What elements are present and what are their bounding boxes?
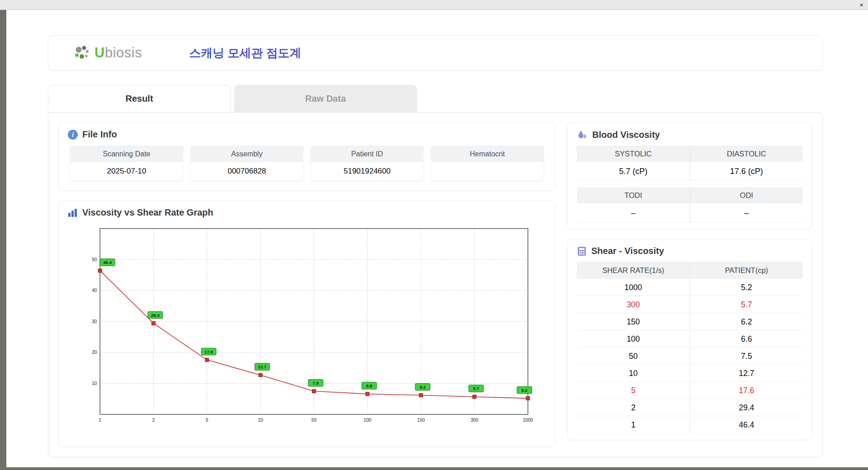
svg-text:100: 100	[363, 418, 371, 423]
shear-rate-value: 5	[577, 382, 690, 399]
diastolic-value: 17.6 (cP)	[690, 162, 803, 181]
odi-header: ODI	[690, 187, 803, 203]
bv-spacer	[577, 181, 803, 187]
field-value: 51901924600	[311, 162, 423, 180]
patient-value: 7.5	[690, 348, 803, 365]
svg-text:12.7: 12.7	[258, 364, 267, 369]
field-patient-id: Patient ID 51901924600	[311, 146, 423, 180]
table-row: 1 46.4	[577, 416, 803, 433]
right-column: Blood Viscosity SYSTOLIC DIASTOLIC 5.7 (…	[567, 122, 812, 447]
field-hematocrit: Hematocrit	[431, 146, 543, 180]
ubiosis-logo: Ubiosis	[72, 44, 142, 62]
tab-bar: Result Raw Data	[48, 85, 823, 112]
file-info-title: i File Info	[68, 129, 546, 140]
svg-text:5.7: 5.7	[473, 386, 479, 391]
table-row: 10 12.7	[577, 365, 803, 382]
shear-rate-value: 100	[577, 330, 690, 348]
page-title: 스캐닝 모세관 점도계	[189, 45, 301, 61]
field-label: Assembly	[191, 146, 303, 162]
svg-text:6.2: 6.2	[420, 385, 425, 390]
field-scanning-date: Scanning Date 2025-07-10	[71, 146, 183, 180]
svg-text:46.4: 46.4	[103, 260, 112, 265]
tab-result[interactable]: Result	[48, 85, 231, 112]
svg-text:17.6: 17.6	[204, 349, 213, 354]
field-label: Hematocrit	[431, 146, 543, 162]
field-label: Patient ID	[311, 146, 423, 162]
shear-rate-value: 2	[577, 399, 690, 416]
shear-rate-column-header: SHEAR RATE(1/s)	[577, 262, 690, 279]
patient-column-header: PATIENT(cp)	[690, 262, 803, 279]
brand-text: Ubiosis	[94, 45, 142, 61]
shear-rate-value: 50	[577, 348, 690, 365]
table-row-diastolic: 5 17.6	[577, 382, 803, 399]
table-row: 150 6.2	[577, 313, 803, 330]
table-row: 50 7.5	[577, 348, 803, 365]
file-info-card: i File Info Scanning Date 2025-07-10 Ass…	[58, 122, 556, 191]
svg-text:10: 10	[92, 381, 97, 386]
close-icon[interactable]: ×	[859, 1, 863, 9]
bv-value-row-2: – –	[577, 203, 803, 222]
todi-header: TODI	[577, 187, 690, 203]
svg-text:50: 50	[92, 257, 97, 262]
blood-viscosity-title: Blood Viscosity	[577, 129, 803, 140]
svg-text:10: 10	[258, 418, 264, 423]
patient-value: 5.2	[690, 279, 803, 296]
field-value: 000706828	[191, 162, 303, 180]
field-label: Scanning Date	[71, 146, 183, 162]
shear-viscosity-card: Shear - Viscosity SHEAR RATE(1/s) PATIEN…	[567, 239, 812, 440]
svg-text:150: 150	[417, 418, 425, 423]
logo-dots-icon	[72, 44, 92, 62]
patient-value: 5.7	[690, 296, 803, 313]
graph-title: Viscosity vs Shear Rate Graph	[68, 207, 546, 218]
svg-text:300: 300	[471, 418, 478, 423]
shear-viscosity-title-text: Shear - Viscosity	[591, 246, 664, 256]
patient-value: 17.6	[690, 382, 803, 399]
svg-text:40: 40	[92, 288, 97, 293]
patient-value: 29.4	[690, 399, 803, 416]
blood-viscosity-card: Blood Viscosity SYSTOLIC DIASTOLIC 5.7 (…	[567, 122, 812, 229]
app-window: Ubiosis 스캐닝 모세관 점도계 Result Raw Data i Fi…	[6, 10, 868, 467]
left-column: i File Info Scanning Date 2025-07-10 Ass…	[58, 122, 556, 447]
todi-value: –	[577, 203, 690, 222]
field-value	[431, 162, 543, 180]
bv-header-row-1: SYSTOLIC DIASTOLIC	[577, 146, 803, 162]
bv-header-row-2: TODI ODI	[577, 187, 803, 203]
svg-text:6.6: 6.6	[366, 383, 373, 388]
app-header: Ubiosis 스캐닝 모세관 점도계	[48, 35, 823, 70]
table-row-systolic: 300 5.7	[577, 296, 803, 313]
droplets-icon	[577, 129, 588, 140]
systolic-value: 5.7 (cP)	[577, 162, 690, 181]
shear-rate-value: 10	[577, 365, 690, 382]
table-header-row: SHEAR RATE(1/s) PATIENT(cp)	[577, 262, 803, 279]
svg-text:30: 30	[92, 319, 97, 324]
field-assembly: Assembly 000706828	[191, 146, 303, 180]
svg-text:1000: 1000	[523, 418, 533, 423]
svg-text:5: 5	[206, 418, 208, 423]
patient-value: 6.6	[690, 330, 803, 348]
odi-value: –	[690, 203, 803, 222]
table-row: 1000 5.2	[577, 279, 803, 296]
svg-text:1: 1	[99, 418, 101, 423]
calculator-icon	[577, 246, 587, 256]
shear-rate-value: 1	[577, 416, 690, 433]
shear-viscosity-title: Shear - Viscosity	[577, 246, 803, 256]
svg-text:7.5: 7.5	[313, 381, 319, 385]
file-info-fields: Scanning Date 2025-07-10 Assembly 000706…	[68, 145, 546, 184]
svg-text:29.4: 29.4	[151, 313, 160, 318]
shear-rate-value: 1000	[577, 279, 690, 296]
bv-value-row-1: 5.7 (cP) 17.6 (cP)	[577, 162, 803, 181]
svg-text:5.2: 5.2	[521, 388, 527, 393]
svg-text:50: 50	[311, 418, 317, 423]
viscosity-chart: 10203040501251050100150300100046.429.417…	[77, 223, 537, 428]
shear-rate-value: 150	[577, 313, 690, 330]
diastolic-header: DIASTOLIC	[690, 146, 803, 162]
table-row: 2 29.4	[577, 399, 803, 416]
window-titlebar: ×	[0, 0, 868, 10]
systolic-header: SYSTOLIC	[577, 146, 690, 162]
table-row: 100 6.6	[577, 330, 803, 348]
tab-raw-data[interactable]: Raw Data	[234, 85, 417, 112]
patient-value: 6.2	[690, 313, 803, 330]
bar-chart-icon	[68, 208, 78, 217]
result-panel: i File Info Scanning Date 2025-07-10 Ass…	[48, 112, 823, 457]
graph-title-text: Viscosity vs Shear Rate Graph	[82, 207, 213, 218]
